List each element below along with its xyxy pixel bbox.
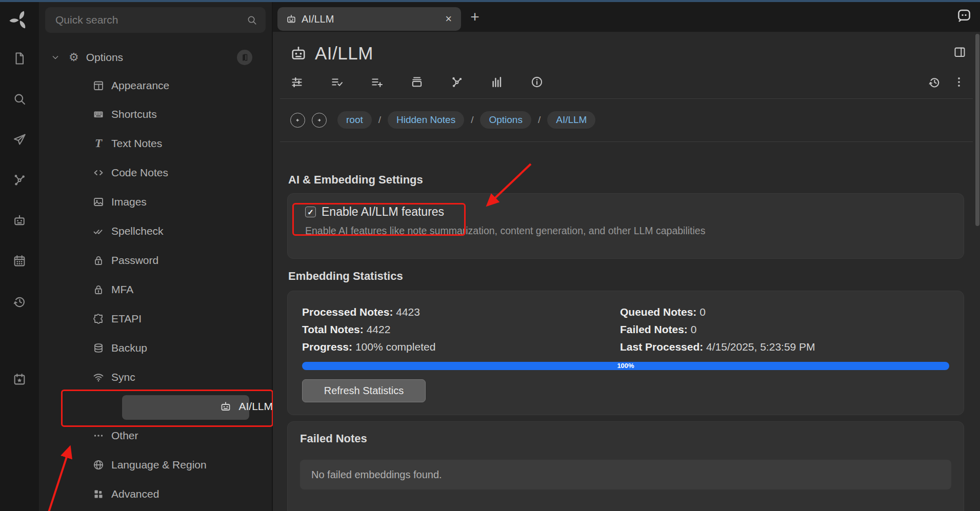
tree-item-sync[interactable]: Sync [39, 364, 273, 391]
gear-icon: ⚙ [69, 52, 79, 63]
robot-icon [219, 400, 232, 413]
layout-icon [92, 79, 105, 92]
tree-item-label: Spellcheck [111, 225, 164, 237]
note-tree-panel: ⚙ Options Appearance Shortcuts T Text No… [39, 2, 273, 511]
tree-item-label: Shortcuts [111, 108, 157, 120]
ribbon-right-actions [928, 75, 966, 89]
tree-item-etapi[interactable]: ETAPI [39, 305, 273, 332]
tree-item-label: Images [111, 196, 147, 208]
failed-notes-card: Failed Notes No failed embeddings found. [287, 421, 964, 511]
breadcrumb-hidden-notes[interactable]: Hidden Notes [388, 111, 464, 129]
tree-item-mfa[interactable]: MFA [39, 276, 273, 303]
text-icon: T [92, 137, 105, 150]
owned-attributes-icon[interactable] [330, 75, 344, 89]
search-icon[interactable] [12, 92, 27, 106]
door-open-icon[interactable] [237, 50, 252, 65]
tree-item-code-notes[interactable]: Code Notes [39, 159, 273, 186]
embedding-stats-card: Processed Notes: 4423 Total Notes: 4422 … [287, 291, 964, 415]
tree-item-language-region[interactable]: Language & Region [39, 452, 273, 478]
history-back-icon[interactable] [290, 113, 305, 128]
tree-item-images[interactable]: Images [39, 189, 273, 215]
chat-icon[interactable] [956, 8, 973, 24]
ribbon-toolbar [290, 75, 544, 89]
note-revisions-icon[interactable] [928, 75, 941, 89]
stat-progress: Progress: 100% completed [302, 338, 620, 356]
tree-item-shortcuts[interactable]: Shortcuts [39, 101, 273, 128]
launcher-bar [0, 2, 39, 511]
tree-item-label: Backup [111, 342, 147, 354]
breadcrumb-ai-llm[interactable]: AI/LLM [547, 111, 595, 129]
collection-properties-icon[interactable] [410, 75, 424, 89]
trilium-logo [8, 8, 31, 32]
quick-search-input[interactable] [55, 14, 246, 26]
basic-properties-icon[interactable] [290, 75, 304, 89]
breadcrumb-options[interactable]: Options [480, 111, 531, 129]
stat-processed-notes: Processed Notes: 4423 [302, 303, 620, 321]
tree-item-label: Advanced [111, 488, 159, 500]
new-note-icon[interactable] [12, 51, 27, 66]
breadcrumb-separator: / [378, 114, 381, 126]
history-forward-icon[interactable] [312, 113, 327, 128]
quick-search[interactable] [45, 7, 266, 33]
ellipsis-icon [92, 430, 105, 442]
tree-item-other[interactable]: Other [39, 422, 273, 449]
note-title[interactable]: AI/LLM [315, 43, 373, 64]
tree-item-options[interactable]: ⚙ Options [39, 44, 273, 71]
note-map-icon[interactable] [450, 75, 464, 89]
recent-changes-icon[interactable] [12, 294, 27, 309]
new-tab-button[interactable]: + [466, 9, 484, 26]
info-icon[interactable] [530, 75, 544, 89]
stat-last-processed: Last Processed: 4/15/2025, 5:23:59 PM [620, 338, 949, 356]
breadcrumb: root / Hidden Notes / Options / AI/LLM [290, 108, 595, 132]
progress-label: 100% [302, 362, 949, 370]
tree-item-label: MFA [111, 283, 133, 296]
tree-item-appearance[interactable]: Appearance [39, 72, 273, 99]
tab-ai-llm[interactable]: AI/LLM × [277, 7, 461, 31]
tree-item-label: Password [111, 254, 158, 267]
section-heading-embedding-stats: Embedding Statistics [288, 270, 403, 283]
tree-item-ai-llm[interactable]: AI/LLM [39, 393, 273, 420]
section-heading-ai-settings: AI & Embedding Settings [288, 173, 423, 187]
inherited-attributes-icon[interactable] [370, 75, 384, 89]
lock-icon [92, 283, 105, 296]
today-note-icon[interactable] [12, 372, 27, 386]
tree-item-backup[interactable]: Backup [39, 335, 273, 361]
scrollbar-thumb[interactable] [975, 34, 979, 226]
lock-icon [92, 254, 105, 267]
note-map-icon[interactable] [12, 173, 27, 187]
enable-ai-description: Enable AI features like note summarizati… [305, 225, 951, 237]
breadcrumb-separator: / [471, 114, 473, 126]
database-icon [92, 342, 105, 354]
tree-item-password[interactable]: Password [39, 247, 273, 274]
tree-item-label: Sync [111, 371, 135, 383]
tree-item-label: ETAPI [111, 313, 142, 325]
kebab-menu-icon[interactable] [952, 75, 966, 89]
chevron-down-icon[interactable] [50, 52, 61, 63]
tree-item-label: Appearance [111, 79, 169, 92]
stat-total-notes: Total Notes: 4422 [302, 321, 620, 338]
scrollbar-track[interactable] [975, 33, 979, 509]
enable-ai-label[interactable]: Enable AI/LLM features [322, 205, 444, 219]
tab-bar: AI/LLM × + [273, 2, 980, 32]
tree-item-advanced[interactable]: Advanced [39, 481, 273, 507]
jump-to-note-icon[interactable] [12, 132, 27, 147]
robot-icon [286, 13, 297, 25]
image-icon [92, 196, 105, 208]
search-icon [246, 14, 257, 26]
note-info-chart-icon[interactable] [490, 75, 504, 89]
tree-item-label: Options [86, 51, 123, 64]
globe-icon [92, 459, 105, 471]
ai-settings-card: ✓ Enable AI/LLM features Enable AI featu… [287, 193, 964, 259]
calendar-icon[interactable] [12, 254, 27, 268]
enable-ai-checkbox[interactable]: ✓ [305, 207, 316, 217]
tree-item-spellcheck[interactable]: Spellcheck [39, 218, 273, 244]
refresh-statistics-button[interactable]: Refresh Statistics [302, 379, 426, 402]
stats-grid: Processed Notes: 4423 Total Notes: 4422 … [302, 303, 949, 356]
close-tab-icon[interactable]: × [444, 12, 453, 26]
ai-chat-icon[interactable] [12, 213, 27, 228]
toggle-right-pane-icon[interactable] [953, 45, 967, 59]
tree-item-text-notes[interactable]: T Text Notes [39, 130, 273, 157]
double-check-icon [92, 225, 105, 237]
breadcrumb-root[interactable]: root [337, 111, 372, 129]
note-title-row: AI/LLM [289, 43, 373, 64]
